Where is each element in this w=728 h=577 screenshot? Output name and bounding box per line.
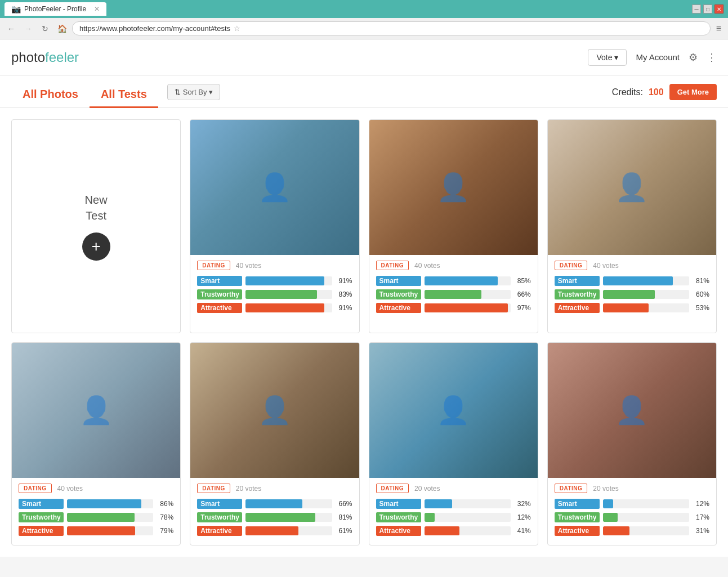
smart-bar-container-3 (603, 276, 689, 285)
votes-text-6: 20 votes (414, 485, 440, 493)
vote-button[interactable]: Vote ▾ (588, 49, 627, 66)
smart-stat-5: Smart 66% (197, 499, 352, 509)
tab-title: PhotoFeeler - Profile (24, 5, 86, 13)
my-account-link[interactable]: My Account (636, 52, 680, 62)
trustworthy-label-3: Trustworthy (555, 289, 600, 299)
stats-header-3: DATING 40 votes (555, 261, 709, 270)
get-more-button[interactable]: Get More (669, 84, 717, 100)
attractive-bar-1 (245, 303, 324, 312)
trustworthy-stat-2: Trustworthy 66% (376, 289, 531, 299)
table-row: 👤 DATING 20 votes Smart 66% Trustworthy (190, 342, 359, 545)
trustworthy-label-2: Trustworthy (376, 289, 421, 299)
tab-all-photos[interactable]: All Photos (11, 82, 90, 108)
stats-header-6: DATING 20 votes (376, 484, 531, 493)
maximize-btn[interactable]: □ (703, 5, 712, 14)
photo-thumbnail-5: 👤 (190, 343, 359, 478)
smart-bar-5 (245, 499, 302, 508)
smart-label-5: Smart (197, 499, 242, 509)
smart-stat-7: Smart 12% (555, 499, 709, 509)
tab-close-btn[interactable]: ✕ (94, 5, 100, 13)
stats-header-7: DATING 20 votes (555, 484, 709, 493)
smart-bar-2 (425, 276, 498, 285)
photo-thumbnail-4: 👤 (12, 343, 180, 478)
smart-pct-2: 85% (514, 277, 531, 285)
category-badge-5: DATING (197, 484, 230, 493)
trustworthy-stat-4: Trustworthy 78% (19, 512, 173, 522)
new-test-card[interactable]: New Test + (11, 119, 181, 333)
category-badge-6: DATING (376, 484, 409, 493)
attractive-pct-7: 31% (693, 527, 709, 535)
photo-image-5: 👤 (190, 343, 359, 478)
trustworthy-label-6: Trustworthy (376, 512, 421, 522)
sort-by-button[interactable]: ⇅ Sort By ▾ (167, 84, 221, 100)
photo-stats-4: DATING 40 votes Smart 86% Trustworthy 78… (12, 478, 180, 545)
bookmark-icon[interactable]: ☆ (234, 24, 240, 33)
attractive-bar-2 (425, 303, 508, 312)
smart-pct-1: 91% (336, 277, 352, 285)
smart-stat-1: Smart 91% (197, 276, 352, 286)
attractive-stat-6: Attractive 41% (376, 526, 531, 536)
table-row: 👤 DATING 40 votes Smart 85% Trustworthy (369, 119, 538, 333)
home-btn[interactable]: 🏠 (55, 22, 69, 35)
trustworthy-bar-4 (67, 513, 135, 522)
smart-pct-3: 81% (693, 277, 709, 285)
url-bar[interactable]: https://www.photofeeler.com/my-account#t… (72, 21, 711, 35)
back-btn[interactable]: ← (5, 22, 18, 35)
smart-bar-container-5 (245, 499, 332, 508)
attractive-stat-2: Attractive 97% (376, 303, 531, 313)
category-badge-2: DATING (376, 261, 409, 270)
attractive-stat-5: Attractive 61% (197, 526, 352, 536)
browser-tab[interactable]: 📷 PhotoFeeler - Profile ✕ (5, 2, 106, 16)
trustworthy-label-7: Trustworthy (555, 512, 600, 522)
smart-pct-5: 66% (336, 500, 352, 508)
logo-photo: photo (11, 50, 45, 65)
vote-label: Vote (596, 53, 612, 62)
trustworthy-bar-container-3 (603, 290, 689, 299)
photo-image-7: 👤 (548, 343, 716, 478)
photo-stats-6: DATING 20 votes Smart 32% Trustworthy 12… (369, 478, 538, 545)
vote-dropdown-icon: ▾ (614, 53, 618, 62)
add-test-button[interactable]: + (82, 232, 110, 261)
attractive-pct-2: 97% (514, 304, 531, 312)
trustworthy-pct-2: 66% (514, 290, 531, 298)
refresh-btn[interactable]: ↻ (38, 22, 52, 35)
menu-icon[interactable]: ≡ (714, 23, 723, 35)
attractive-stat-1: Attractive 91% (197, 303, 352, 313)
trustworthy-pct-3: 60% (693, 290, 709, 298)
attractive-bar-container-5 (245, 526, 332, 535)
smart-stat-2: Smart 85% (376, 276, 531, 286)
attractive-bar-container-7 (603, 526, 689, 535)
forward-btn[interactable]: → (21, 22, 35, 35)
attractive-label-6: Attractive (376, 526, 421, 536)
tab-icon: 📷 (11, 5, 21, 14)
gear-icon[interactable]: ⚙ (689, 51, 698, 64)
more-options-icon[interactable]: ⋮ (707, 51, 717, 64)
attractive-stat-3: Attractive 53% (555, 303, 709, 313)
trustworthy-pct-6: 12% (514, 513, 531, 521)
attractive-bar-container-3 (603, 303, 689, 312)
close-btn[interactable]: ✕ (714, 5, 723, 14)
smart-bar-7 (603, 499, 613, 508)
votes-text-5: 20 votes (236, 485, 261, 493)
attractive-bar-4 (67, 526, 135, 535)
stats-header-2: DATING 40 votes (376, 261, 531, 270)
attractive-bar-3 (603, 303, 649, 312)
votes-text-3: 40 votes (593, 262, 618, 270)
table-row: 👤 DATING 20 votes Smart 12% Trustworthy (547, 342, 717, 545)
photo-stats-5: DATING 20 votes Smart 66% Trustworthy 81… (190, 478, 359, 545)
table-row: 👤 DATING 20 votes Smart 32% Trustworthy (369, 342, 538, 545)
trustworthy-bar-7 (603, 513, 618, 522)
trustworthy-stat-7: Trustworthy 17% (555, 512, 709, 522)
smart-bar-1 (245, 276, 324, 285)
minimize-btn[interactable]: ─ (692, 5, 701, 14)
photo-stats-3: DATING 40 votes Smart 81% Trustworthy 60… (548, 255, 716, 322)
smart-label-1: Smart (197, 276, 242, 286)
trustworthy-bar-1 (245, 290, 317, 299)
attractive-pct-3: 53% (693, 304, 709, 312)
smart-label-3: Smart (555, 276, 600, 286)
photos-grid: New Test + 👤 DATING 40 votes Smart (0, 108, 728, 557)
tab-all-tests[interactable]: All Tests (90, 82, 158, 108)
smart-stat-6: Smart 32% (376, 499, 531, 509)
browser-chrome: 📷 PhotoFeeler - Profile ✕ ─ □ ✕ ← → ↻ 🏠 … (0, 0, 728, 39)
category-badge-3: DATING (555, 261, 588, 270)
